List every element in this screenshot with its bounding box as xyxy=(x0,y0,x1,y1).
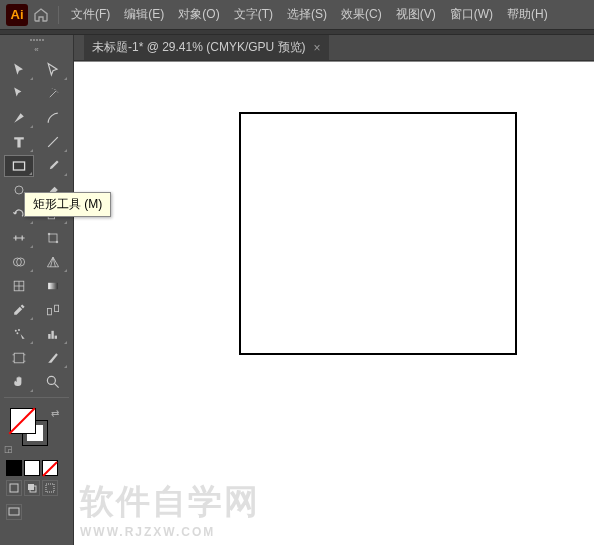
color-swatch-color[interactable] xyxy=(6,460,22,476)
draw-normal-icon[interactable] xyxy=(6,480,22,496)
svg-point-15 xyxy=(16,332,18,334)
rectangle-tool[interactable] xyxy=(4,155,34,177)
watermark-url: WWW.RJZXW.COM xyxy=(80,525,260,539)
watermark: 软件自学网 WWW.RJZXW.COM xyxy=(80,479,260,539)
curvature-tool[interactable] xyxy=(38,107,68,129)
blend-tool[interactable] xyxy=(38,299,68,321)
tool-palette: « xyxy=(0,35,74,545)
menu-type[interactable]: 文字(T) xyxy=(228,4,279,25)
magic-wand-tool[interactable] xyxy=(38,83,68,105)
svg-rect-24 xyxy=(46,484,54,492)
type-tool[interactable] xyxy=(4,131,34,153)
tool-separator xyxy=(4,397,69,398)
svg-rect-22 xyxy=(28,484,34,490)
screen-mode-row xyxy=(0,500,73,524)
color-swatch-gradient[interactable] xyxy=(24,460,40,476)
svg-rect-16 xyxy=(48,334,50,339)
mesh-tool[interactable] xyxy=(4,275,34,297)
color-swatch-none[interactable] xyxy=(42,460,58,476)
watermark-text: 软件自学网 xyxy=(80,479,260,525)
group-selection-tool[interactable] xyxy=(4,83,34,105)
svg-rect-18 xyxy=(54,336,56,339)
svg-rect-0 xyxy=(13,162,24,170)
close-tab-icon[interactable]: × xyxy=(314,41,321,55)
svg-rect-11 xyxy=(47,308,51,314)
svg-point-1 xyxy=(15,186,23,194)
zoom-tool[interactable] xyxy=(38,371,68,393)
paintbrush-tool[interactable] xyxy=(38,155,68,177)
slice-tool[interactable] xyxy=(38,347,68,369)
swap-fill-stroke-icon[interactable]: ⇄ xyxy=(51,408,59,419)
menu-select[interactable]: 选择(S) xyxy=(281,4,333,25)
menu-bar: Ai 文件(F) 编辑(E) 对象(O) 文字(T) 选择(S) 效果(C) 视… xyxy=(0,0,594,29)
width-tool[interactable] xyxy=(4,227,34,249)
line-segment-tool[interactable] xyxy=(38,131,68,153)
menu-help[interactable]: 帮助(H) xyxy=(501,4,554,25)
fill-stroke-control[interactable]: ⇄ ◲ xyxy=(4,408,69,454)
palette-grip[interactable] xyxy=(0,35,73,45)
eyedropper-tool[interactable] xyxy=(4,299,34,321)
home-icon[interactable] xyxy=(30,4,52,26)
svg-rect-4 xyxy=(49,234,57,242)
tooltip-text: 矩形工具 (M) xyxy=(33,197,102,211)
screen-mode-icon[interactable] xyxy=(6,504,22,520)
svg-rect-10 xyxy=(48,283,58,289)
default-fill-stroke-icon[interactable]: ◲ xyxy=(4,444,13,454)
app-logo: Ai xyxy=(6,4,28,26)
draw-behind-icon[interactable] xyxy=(24,480,40,496)
artboard-tool[interactable] xyxy=(4,347,34,369)
document-tab-bar: 未标题-1* @ 29.41% (CMYK/GPU 预览) × xyxy=(74,35,594,61)
perspective-grid-tool[interactable] xyxy=(38,251,68,273)
menu-separator xyxy=(58,6,59,24)
menu-file[interactable]: 文件(F) xyxy=(65,4,116,25)
shape-builder-tool[interactable] xyxy=(4,251,34,273)
pen-tool[interactable] xyxy=(4,107,34,129)
menu-view[interactable]: 视图(V) xyxy=(390,4,442,25)
color-mode-row xyxy=(0,460,73,476)
svg-rect-19 xyxy=(14,353,24,363)
svg-rect-25 xyxy=(9,508,19,515)
tool-tooltip: 矩形工具 (M) xyxy=(24,192,111,217)
gradient-tool[interactable] xyxy=(38,275,68,297)
hand-tool[interactable] xyxy=(4,371,34,393)
svg-point-14 xyxy=(18,329,20,331)
draw-inside-icon[interactable] xyxy=(42,480,58,496)
svg-point-6 xyxy=(56,241,58,243)
draw-mode-row xyxy=(0,476,73,500)
svg-rect-12 xyxy=(54,305,58,311)
direct-selection-tool[interactable] xyxy=(38,59,68,81)
menu-effect[interactable]: 效果(C) xyxy=(335,4,388,25)
menu-window[interactable]: 窗口(W) xyxy=(444,4,499,25)
document-tab[interactable]: 未标题-1* @ 29.41% (CMYK/GPU 预览) × xyxy=(84,35,329,60)
svg-point-20 xyxy=(47,376,55,384)
menu-object[interactable]: 对象(O) xyxy=(172,4,225,25)
selection-tool[interactable] xyxy=(4,59,34,81)
palette-toggle-icon[interactable]: « xyxy=(0,45,73,55)
svg-point-5 xyxy=(48,233,50,235)
canvas-viewport[interactable]: 软件自学网 WWW.RJZXW.COM xyxy=(74,61,594,545)
svg-rect-21 xyxy=(10,484,18,492)
svg-rect-17 xyxy=(51,331,53,339)
free-transform-tool[interactable] xyxy=(38,227,68,249)
menu-edit[interactable]: 编辑(E) xyxy=(118,4,170,25)
rectangle-shape[interactable] xyxy=(239,112,517,355)
column-graph-tool[interactable] xyxy=(38,323,68,345)
svg-point-13 xyxy=(15,330,17,332)
document-area: 未标题-1* @ 29.41% (CMYK/GPU 预览) × 软件自学网 WW… xyxy=(74,35,594,545)
document-tab-title: 未标题-1* @ 29.41% (CMYK/GPU 预览) xyxy=(92,39,306,56)
symbol-sprayer-tool[interactable] xyxy=(4,323,34,345)
